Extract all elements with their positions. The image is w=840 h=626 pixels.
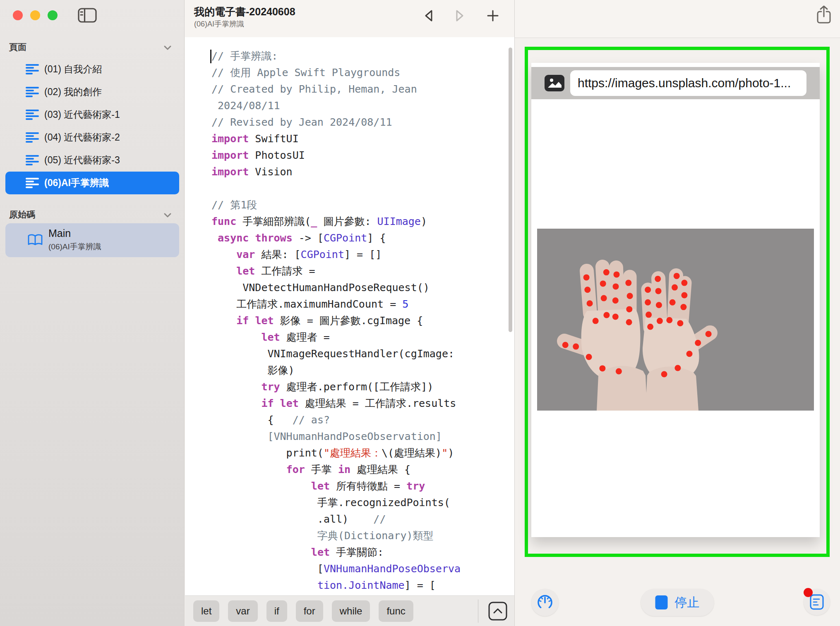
shortcut-key-while[interactable]: while xyxy=(332,600,370,622)
log-list-icon xyxy=(810,594,824,612)
code-line: async throws -> [CGPoint] { xyxy=(211,230,461,246)
notification-badge xyxy=(804,588,813,597)
sidebar-page-item-6[interactable]: (06)AI手掌辨識 xyxy=(5,172,179,194)
page-label: (05) 近代藝術家-3 xyxy=(44,154,120,167)
forward-button[interactable] xyxy=(454,9,468,22)
pose-dot xyxy=(614,271,620,277)
code-scrollbar[interactable] xyxy=(509,48,512,332)
performance-gauge-button[interactable] xyxy=(531,589,559,616)
share-icon[interactable] xyxy=(816,5,831,24)
zoom-button[interactable] xyxy=(48,10,58,20)
pose-dot xyxy=(626,306,632,312)
code-line: // Revised by Jean 2024/08/11 xyxy=(211,114,461,131)
pose-dot xyxy=(599,365,605,371)
pose-dot xyxy=(613,283,619,289)
pose-dot xyxy=(686,351,693,357)
code-line: VNDetectHumanHandPoseRequest() xyxy=(211,280,461,296)
sidebar-page-item-2[interactable]: (02) 我的創作 xyxy=(5,81,179,103)
pose-dot xyxy=(625,280,631,286)
pose-dot xyxy=(573,344,579,350)
page-label: (04) 近代藝術家-2 xyxy=(44,131,120,144)
keyboard-shortcut-bar: letvarifforwhilefunc xyxy=(185,595,514,626)
page-list-icon xyxy=(26,178,39,188)
sidebar-page-item-3[interactable]: (03) 近代藝術家-1 xyxy=(5,103,179,126)
stop-button[interactable]: 停止 xyxy=(641,589,714,616)
shortcut-key-if[interactable]: if xyxy=(266,600,287,622)
main-file-subtitle: (06)AI手掌辨識 xyxy=(48,241,101,252)
code-line: import SwiftUI xyxy=(211,131,461,147)
sidebar-page-item-4[interactable]: (04) 近代藝術家-2 xyxy=(5,126,179,149)
pages-section-label: 頁面 xyxy=(9,41,26,53)
pose-dot xyxy=(645,287,651,293)
code-line: for 手掌 in 處理結果 { xyxy=(211,461,461,478)
pose-dot xyxy=(600,280,606,287)
page-list-icon xyxy=(26,132,39,143)
swift-playgrounds-window: 頁面 (01) 自我介紹(02) 我的創作(03) 近代藝術家-1(04) 近代… xyxy=(0,0,840,626)
image-url-text: https://images.unsplash.com/photo-1... xyxy=(578,70,791,96)
pose-dot xyxy=(655,288,662,294)
shortcut-key-var[interactable]: var xyxy=(228,600,257,622)
pose-dot xyxy=(706,331,712,337)
pose-dot xyxy=(695,340,701,346)
code-line: 字典(Dictionary)類型 xyxy=(211,528,461,544)
pose-dot xyxy=(647,324,653,330)
pose-dot xyxy=(674,365,681,371)
pose-dot xyxy=(612,297,619,303)
pose-dot xyxy=(655,276,661,282)
pose-dot xyxy=(666,317,672,323)
text-cursor xyxy=(210,50,211,63)
code-line: try 處理者.perform([工作請求]) xyxy=(211,379,461,395)
code-line: [VNHumanHandPoseObservation] xyxy=(211,428,461,445)
code-line: VNImageRequestHandler(cgImage: xyxy=(211,346,461,362)
dismiss-keyboard-button[interactable] xyxy=(487,600,509,622)
pose-dot xyxy=(680,304,686,310)
book-icon xyxy=(27,233,43,247)
code-line: 工作請求.maximumHandCount = 5 xyxy=(211,296,461,313)
window-controls xyxy=(13,10,58,20)
code-line: let 手掌關節: xyxy=(211,544,461,561)
stop-icon xyxy=(655,595,668,609)
pose-dot xyxy=(626,319,632,325)
pose-dot xyxy=(612,314,619,320)
source-section-label: 原始碼 xyxy=(9,209,35,220)
code-line: if let 處理結果 = 工作請求.results xyxy=(211,395,461,412)
preview-header xyxy=(515,0,840,38)
close-button[interactable] xyxy=(13,10,23,20)
sidebar-page-item-5[interactable]: (05) 近代藝術家-3 xyxy=(5,149,179,172)
minimize-button[interactable] xyxy=(30,10,40,20)
page-label: (02) 我的創作 xyxy=(44,86,102,98)
shortcut-key-func[interactable]: func xyxy=(379,600,413,622)
pose-dot xyxy=(583,274,590,280)
stop-button-label: 停止 xyxy=(675,594,700,611)
page-list-icon xyxy=(26,110,39,120)
app-canvas: https://images.unsplash.com/photo-1... xyxy=(531,63,820,537)
image-url-field[interactable]: https://images.unsplash.com/photo-1... xyxy=(570,70,806,96)
pose-dot xyxy=(656,302,662,308)
document-title: 我的電子書-20240608 xyxy=(194,5,295,19)
source-chevron-down-icon[interactable] xyxy=(162,210,173,220)
shortcut-key-for[interactable]: for xyxy=(296,600,323,622)
main-file-title: Main xyxy=(48,227,71,239)
pose-dot xyxy=(601,295,607,301)
shortcut-key-let[interactable]: let xyxy=(193,600,219,622)
pose-dot xyxy=(603,269,610,275)
code-line: { // as? xyxy=(211,412,461,428)
pages-chevron-down-icon[interactable] xyxy=(162,42,173,53)
sidebar-page-item-1[interactable]: (01) 自我介紹 xyxy=(5,58,179,81)
photo-icon xyxy=(545,75,564,91)
code-line: 影像) xyxy=(211,362,461,379)
back-button[interactable] xyxy=(423,9,437,22)
console-log-button[interactable] xyxy=(804,589,830,615)
code-line: var 結果: [CGPoint] = [] xyxy=(211,246,461,263)
add-page-button[interactable] xyxy=(486,9,499,22)
code-line: 2024/08/11 xyxy=(211,98,461,114)
pose-dot xyxy=(616,368,622,375)
code-editor-panel: 我的電子書-20240608 (06)AI手掌辨識 // 手掌辨識:// 使用 … xyxy=(185,0,514,626)
hand-pose-image xyxy=(537,229,814,411)
sidebar-item-main-file[interactable]: Main (06)AI手掌辨識 xyxy=(5,223,179,257)
pose-dot xyxy=(670,299,676,306)
code-area[interactable]: // 手掌辨識:// 使用 Apple Swift Playgrounds// … xyxy=(185,37,514,595)
code-line: // 第1段 xyxy=(211,197,461,213)
sidebar-toggle-icon[interactable] xyxy=(78,7,97,23)
code-line: let 所有特徵點 = try xyxy=(211,478,461,495)
